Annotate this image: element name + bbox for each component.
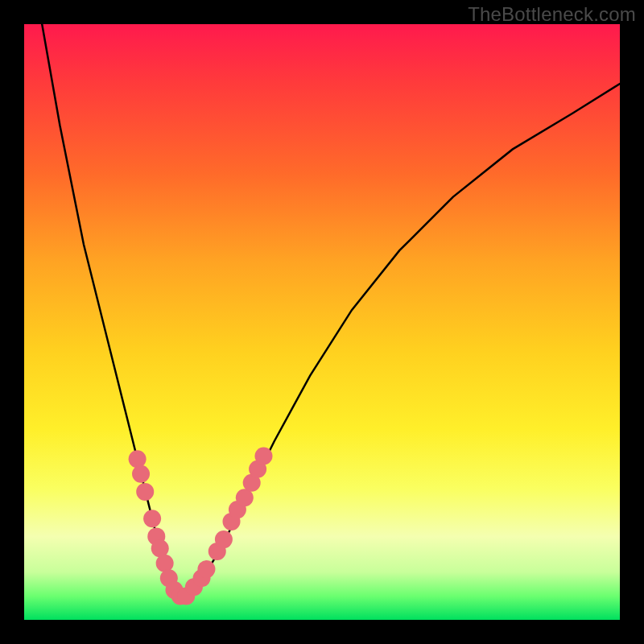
data-dot <box>132 465 150 483</box>
data-dot <box>143 510 161 527</box>
data-dot <box>254 448 272 465</box>
data-dots <box>129 448 273 605</box>
data-dot <box>156 555 174 572</box>
watermark-text: TheBottleneck.com <box>468 3 636 26</box>
data-dot <box>136 483 154 501</box>
chart-frame: TheBottleneck.com <box>0 0 644 644</box>
plot-area <box>24 24 620 620</box>
data-dot <box>129 450 147 468</box>
chart-svg <box>24 24 620 620</box>
data-dot <box>197 560 215 578</box>
bottleneck-curve <box>42 24 620 596</box>
data-dot <box>215 530 233 548</box>
